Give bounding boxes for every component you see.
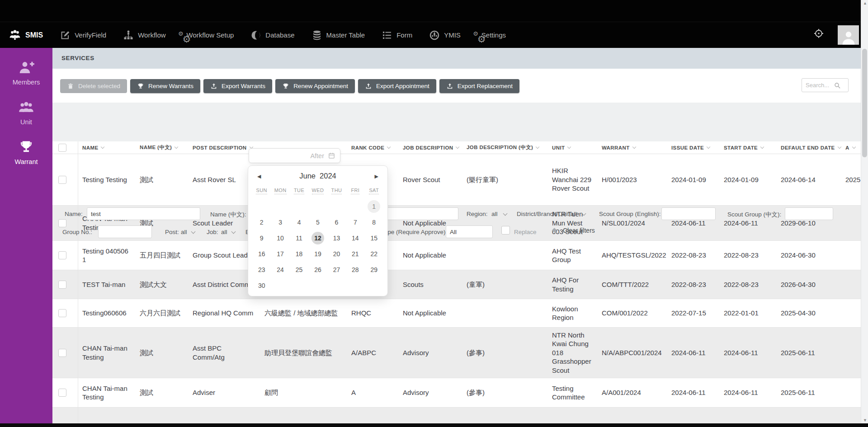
sort-chevron-icon[interactable]	[852, 145, 855, 149]
sidebar-item-warrant[interactable]: Warrant	[0, 139, 52, 165]
next-month-icon[interactable]: ▶	[375, 174, 378, 179]
calendar-day-10[interactable]: 10	[274, 232, 287, 244]
sidebar-item-members[interactable]: Members	[0, 60, 52, 86]
nav-item-ymis[interactable]: YMIS	[429, 30, 461, 41]
export-warrants-button[interactable]: Export Warrants	[203, 79, 272, 93]
sort-chevron-icon[interactable]	[632, 145, 636, 149]
nav-item-verifyfield[interactable]: VerifyField	[60, 30, 106, 41]
calendar-day-3[interactable]: 3	[274, 216, 287, 229]
search-input[interactable]	[806, 82, 834, 89]
sort-chevron-icon[interactable]	[387, 145, 391, 149]
select-all-checkbox[interactable]	[58, 144, 66, 152]
calendar-day-12[interactable]: 12	[311, 232, 324, 244]
column-header-rank[interactable]: RANK CODE	[347, 141, 399, 154]
calendar-day-21[interactable]: 21	[349, 248, 362, 260]
calendar-day-8[interactable]: 8	[368, 216, 380, 229]
column-header-warrant[interactable]: WARRANT	[598, 141, 667, 154]
calendar-day-23[interactable]: 23	[255, 263, 268, 276]
calendar-day-29[interactable]: 29	[368, 263, 380, 276]
calendar-day-22[interactable]: 22	[368, 248, 380, 260]
row-checkbox[interactable]	[58, 281, 66, 289]
calendar-day-25[interactable]: 25	[293, 263, 306, 276]
calendar-day-14[interactable]: 14	[349, 232, 362, 244]
column-header-job_cn[interactable]: JOB DESCRIPTION (中文)	[462, 141, 548, 154]
calendar-day-5[interactable]: 5	[311, 216, 324, 229]
calendar-day-6[interactable]: 6	[330, 216, 343, 229]
renew-warrants-button[interactable]: Renew Warrants	[130, 79, 200, 93]
nav-item-workflow[interactable]: Workflow	[123, 30, 165, 41]
sort-chevron-icon[interactable]	[536, 145, 539, 149]
type-filter-input[interactable]	[446, 225, 493, 238]
avatar[interactable]	[838, 25, 859, 45]
column-header-issue[interactable]: ISSUE DATE	[667, 141, 720, 154]
sort-chevron-icon[interactable]	[567, 145, 571, 149]
column-header-name_cn[interactable]: NAME (中文)	[136, 141, 189, 154]
row-checkbox[interactable]	[58, 251, 66, 259]
column-header-extra[interactable]: A›	[841, 141, 861, 154]
export-replacement-button[interactable]: Export Replacement	[439, 79, 519, 93]
name-filter-input[interactable]	[87, 207, 200, 220]
vertical-scrollbar[interactable]: ▲ ▼	[861, 0, 868, 427]
search-box[interactable]	[802, 78, 849, 92]
calendar-day-7[interactable]: 7	[349, 216, 362, 229]
delete-selected-button[interactable]: Delete selected	[60, 79, 127, 93]
sort-chevron-icon[interactable]	[101, 145, 104, 149]
calendar-day-20[interactable]: 20	[330, 248, 343, 260]
column-header-start[interactable]: START DATE	[720, 141, 777, 154]
calendar-day-19[interactable]: 19	[311, 248, 324, 260]
post-filter-dropdown[interactable]: all	[181, 229, 187, 235]
row-checkbox[interactable]	[58, 176, 66, 184]
calendar-day-26[interactable]: 26	[311, 263, 324, 276]
sort-chevron-icon[interactable]	[837, 145, 841, 149]
row-checkbox[interactable]	[58, 389, 66, 397]
sort-chevron-icon[interactable]	[707, 145, 710, 149]
calendar-day-15[interactable]: 15	[368, 232, 380, 244]
nav-brand-smis[interactable]: SMIS	[8, 28, 43, 42]
column-header-unit[interactable]: UNIT	[548, 141, 598, 154]
calendar-day-24[interactable]: 24	[274, 263, 287, 276]
calendar-day-1[interactable]: 1	[368, 200, 380, 213]
row-checkbox[interactable]	[58, 219, 66, 227]
sort-chevron-icon[interactable]	[456, 145, 459, 149]
column-header-name[interactable]: NAME	[78, 141, 136, 154]
clear-filters-button[interactable]: Clear filters	[547, 225, 599, 235]
calendar-day-9[interactable]: 9	[255, 232, 268, 244]
end-date-after-field[interactable]	[249, 148, 340, 163]
calendar-day-28[interactable]: 28	[349, 263, 362, 276]
calendar-day-13[interactable]: 13	[330, 232, 343, 244]
calendar-day-2[interactable]: 2	[255, 216, 268, 229]
job-filter-dropdown[interactable]: all	[221, 229, 227, 235]
nav-item-workflow-setup[interactable]: ⚙⚙Workflow Setup	[183, 31, 234, 39]
scout-group-cn-filter-input[interactable]	[785, 207, 833, 220]
nav-item-database[interactable]: Database	[250, 30, 294, 41]
nav-item-master-table[interactable]: Master Table	[311, 30, 365, 41]
nav-item-form[interactable]: Form	[382, 30, 412, 41]
calendar-day-30[interactable]: 30	[255, 279, 268, 292]
column-header-end[interactable]: DEFAULT END DATE	[777, 141, 841, 154]
row-checkbox[interactable]	[58, 349, 66, 357]
scrollbar-thumb[interactable]	[862, 49, 867, 157]
row-checkbox[interactable]	[58, 309, 66, 317]
calendar-day-16[interactable]: 16	[255, 248, 268, 260]
replace-checkbox[interactable]	[501, 226, 510, 235]
after-date-input[interactable]	[297, 152, 324, 160]
calendar-day-27[interactable]: 27	[330, 263, 343, 276]
sort-chevron-icon[interactable]	[175, 145, 178, 149]
group-no-filter-input[interactable]	[98, 225, 152, 238]
calendar-day-17[interactable]: 17	[274, 248, 287, 260]
renew-appointment-button[interactable]: Renew Appointment	[275, 79, 355, 93]
export-appointment-button[interactable]: Export Appointment	[358, 79, 436, 93]
column-header-job[interactable]: JOB DESCRIPTION	[399, 141, 462, 154]
calendar-day-11[interactable]: 11	[293, 232, 306, 244]
scout-group-en-filter-input[interactable]	[661, 207, 716, 220]
nav-item-settings[interactable]: ⚙⚙Settings	[477, 31, 506, 39]
scroll-down-icon[interactable]: ▼	[863, 418, 867, 422]
crosshair-icon[interactable]	[813, 28, 824, 39]
sort-chevron-icon[interactable]	[760, 145, 764, 149]
calendar-day-4[interactable]: 4	[293, 216, 306, 229]
calendar-day-18[interactable]: 18	[293, 248, 306, 260]
scroll-up-icon[interactable]: ▲	[863, 1, 867, 5]
district-filter-dropdown[interactable]: all	[571, 211, 577, 217]
sidebar-item-unit[interactable]: Unit	[0, 99, 52, 126]
region-filter-dropdown[interactable]: all	[491, 211, 498, 217]
